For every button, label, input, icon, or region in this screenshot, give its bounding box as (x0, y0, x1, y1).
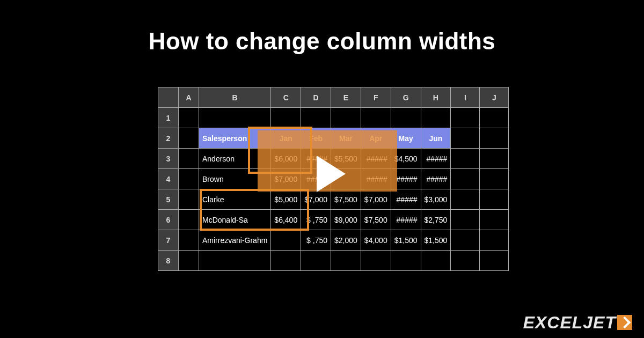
col-header-C[interactable]: C (271, 87, 301, 108)
cell[interactable] (271, 251, 301, 271)
header-may[interactable]: May (391, 128, 421, 149)
row-header-3[interactable]: 3 (158, 149, 179, 169)
cell-name[interactable]: Anderson (199, 149, 271, 169)
cell[interactable] (451, 149, 480, 169)
cell[interactable] (179, 210, 199, 230)
cell[interactable] (199, 251, 271, 271)
cell-value[interactable]: $2,750 (421, 210, 451, 230)
cell-value[interactable]: $7,500 (331, 189, 361, 210)
cell-value[interactable]: $4,500 (391, 149, 421, 169)
cell-value[interactable]: $7,000 (361, 189, 391, 210)
cell[interactable] (361, 251, 391, 271)
cell[interactable] (391, 251, 421, 271)
cell-value[interactable]: $4,000 (361, 230, 391, 251)
cell[interactable] (480, 108, 509, 128)
cell-value[interactable]: $2,000 (331, 230, 361, 251)
cell-value[interactable]: $ ,750 (301, 230, 331, 251)
cell[interactable] (361, 108, 391, 128)
cell[interactable] (480, 189, 509, 210)
cell-value[interactable]: ##### (421, 149, 451, 169)
cell-value[interactable]: $7,000 (301, 189, 331, 210)
col-header-F[interactable]: F (361, 87, 391, 108)
cell[interactable] (451, 169, 480, 189)
cell[interactable] (480, 149, 509, 169)
cell[interactable] (451, 189, 480, 210)
col-header-B[interactable]: B (199, 87, 271, 108)
header-jan[interactable]: Jan (271, 128, 301, 149)
play-icon[interactable] (317, 156, 346, 192)
row-header-8[interactable]: 8 (158, 251, 179, 271)
cell[interactable] (179, 189, 199, 210)
cell[interactable] (451, 108, 480, 128)
cell-value[interactable]: $7,500 (361, 210, 391, 230)
cell-name[interactable]: McDonald-Sa (199, 210, 271, 230)
row-header-4[interactable]: 4 (158, 169, 179, 189)
cell-value[interactable]: $7,000 (271, 169, 301, 189)
cell[interactable] (391, 108, 421, 128)
cell[interactable] (179, 251, 199, 271)
header-mar[interactable]: Mar (331, 128, 361, 149)
header-jun[interactable]: Jun (421, 128, 451, 149)
col-header-G[interactable]: G (391, 87, 421, 108)
cell[interactable] (451, 230, 480, 251)
row-header-2[interactable]: 2 (158, 128, 179, 149)
cell-value[interactable]: $ ,750 (301, 210, 331, 230)
cell[interactable] (179, 128, 199, 149)
cell[interactable] (199, 108, 271, 128)
cell[interactable] (451, 128, 480, 149)
col-header-D[interactable]: D (301, 87, 331, 108)
cell[interactable] (480, 210, 509, 230)
header-apr[interactable]: Apr (361, 128, 391, 149)
cell-value[interactable]: ##### (391, 169, 421, 189)
col-header-I[interactable]: I (451, 87, 480, 108)
row-7: 7 Amirrezvani-Grahm $ ,750 $2,000 $4,000… (158, 230, 509, 251)
cell-value[interactable]: ##### (361, 169, 391, 189)
col-header-E[interactable]: E (331, 87, 361, 108)
video-thumbnail: How to change column widths A B C D E F … (0, 0, 644, 338)
brand-logo: EXCELJET (523, 313, 632, 333)
cell-value[interactable]: ##### (391, 189, 421, 210)
cell[interactable] (480, 169, 509, 189)
row-2: 2 Salesperson Jan Feb Mar Apr May Jun (158, 128, 509, 149)
cell-value[interactable]: ##### (421, 169, 451, 189)
row-header-7[interactable]: 7 (158, 230, 179, 251)
cell[interactable] (480, 230, 509, 251)
cell[interactable] (301, 108, 331, 128)
cell-value[interactable]: $5,000 (271, 189, 301, 210)
cell-value[interactable]: ##### (391, 210, 421, 230)
cell-name[interactable]: Amirrezvani-Grahm (199, 230, 271, 251)
cell[interactable] (179, 149, 199, 169)
cell[interactable] (301, 251, 331, 271)
brand-logo-text: EXCELJET (523, 313, 616, 332)
cell-value[interactable]: $6,400 (271, 210, 301, 230)
col-header-A[interactable]: A (179, 87, 199, 108)
cell-value[interactable] (271, 230, 301, 251)
row-header-1[interactable]: 1 (158, 108, 179, 128)
cell-value[interactable]: $9,000 (331, 210, 361, 230)
cell-value[interactable]: ##### (361, 149, 391, 169)
cell-value[interactable]: $6,000 (271, 149, 301, 169)
cell[interactable] (179, 108, 199, 128)
cell[interactable] (421, 108, 451, 128)
cell[interactable] (480, 128, 509, 149)
cell-value[interactable]: $1,500 (391, 230, 421, 251)
col-header-H[interactable]: H (421, 87, 451, 108)
cell-name[interactable]: Clarke (199, 189, 271, 210)
cell-value[interactable]: $3,000 (421, 189, 451, 210)
cell[interactable] (331, 251, 361, 271)
cell[interactable] (331, 108, 361, 128)
cell[interactable] (451, 251, 480, 271)
cell[interactable] (480, 251, 509, 271)
cell[interactable] (271, 108, 301, 128)
cell[interactable] (421, 251, 451, 271)
cell[interactable] (179, 169, 199, 189)
cell[interactable] (179, 230, 199, 251)
cell-value[interactable]: $1,500 (421, 230, 451, 251)
header-feb[interactable]: Feb (301, 128, 331, 149)
cell[interactable] (451, 210, 480, 230)
row-header-5[interactable]: 5 (158, 189, 179, 210)
cell-name[interactable]: Brown (199, 169, 271, 189)
header-salesperson[interactable]: Salesperson (199, 128, 271, 149)
row-header-6[interactable]: 6 (158, 210, 179, 230)
col-header-J[interactable]: J (480, 87, 509, 108)
